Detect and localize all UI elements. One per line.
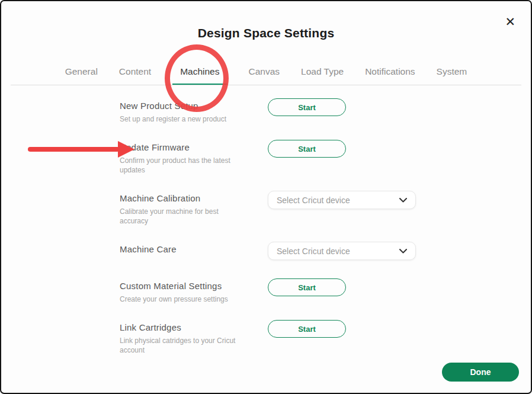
start-button[interactable]: Start xyxy=(268,98,346,116)
row-subtitle: Confirm your product has the latest upda… xyxy=(120,156,241,175)
design-space-settings-dialog: ✕ Design Space Settings General Content … xyxy=(0,0,532,394)
row-title: Machine Calibration xyxy=(120,193,241,203)
select-value: Select Cricut device xyxy=(277,196,350,205)
chevron-down-icon xyxy=(399,198,407,203)
start-button[interactable]: Start xyxy=(268,278,346,296)
tab-machines[interactable]: Machines xyxy=(172,66,227,85)
row-title: Link Cartridges xyxy=(120,322,241,332)
tab-content[interactable]: Content xyxy=(119,66,151,85)
tab-separator xyxy=(11,85,521,85)
row-subtitle: Create your own pressure settings xyxy=(120,294,241,304)
tab-notifications[interactable]: Notifications xyxy=(365,66,415,85)
row-title: Machine Care xyxy=(120,244,241,254)
row-subtitle: Calibrate your machine for best accuracy xyxy=(120,207,241,226)
row-title: New Product Setup xyxy=(120,101,241,111)
row-subtitle: Set up and register a new product xyxy=(120,114,241,124)
tab-system[interactable]: System xyxy=(437,66,467,85)
tab-load-type[interactable]: Load Type xyxy=(301,66,344,85)
tab-canvas[interactable]: Canvas xyxy=(248,66,280,85)
row-subtitle: Link physical catridges to your Cricut a… xyxy=(120,336,241,355)
start-button[interactable]: Start xyxy=(268,320,346,338)
tab-general[interactable]: General xyxy=(65,66,98,85)
row-new-product-setup: New Product Setup Set up and register a … xyxy=(1,98,531,140)
row-title: Update Firmware xyxy=(120,142,241,152)
device-select[interactable]: Select Cricut device xyxy=(268,191,416,209)
row-title: Custom Material Settings xyxy=(120,281,241,291)
device-select[interactable]: Select Cricut device xyxy=(268,242,416,260)
row-update-firmware: Update Firmware Confirm your product has… xyxy=(1,140,531,191)
chevron-down-icon xyxy=(399,249,407,254)
row-custom-material-settings: Custom Material Settings Create your own… xyxy=(1,278,531,320)
dialog-title: Design Space Settings xyxy=(1,26,531,40)
start-button[interactable]: Start xyxy=(268,140,346,158)
tab-bar: General Content Machines Canvas Load Typ… xyxy=(1,63,531,85)
select-value: Select Cricut device xyxy=(277,246,350,256)
row-machine-calibration: Machine Calibration Calibrate your machi… xyxy=(1,191,531,242)
done-button[interactable]: Done xyxy=(442,363,519,382)
row-machine-care: Machine Care Select Cricut device xyxy=(1,242,531,278)
